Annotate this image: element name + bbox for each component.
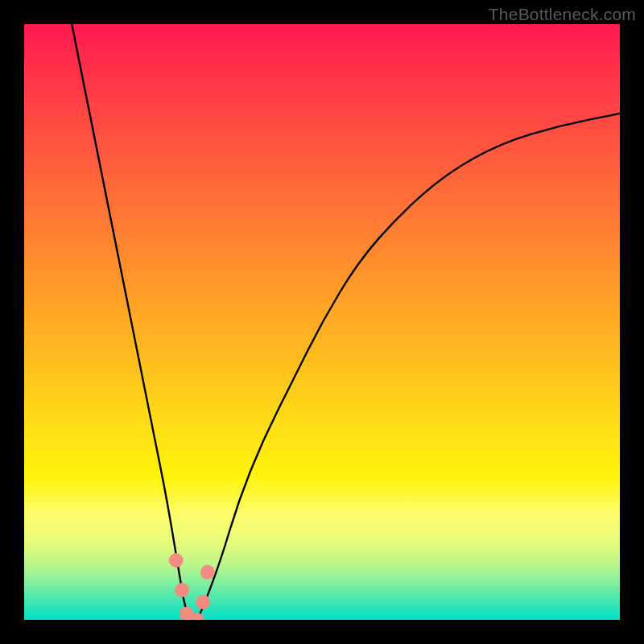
- minimum-markers: [169, 553, 215, 620]
- marker-dot: [169, 553, 184, 568]
- marker-dot: [196, 595, 210, 609]
- watermark-text: TheBottleneck.com: [489, 5, 636, 24]
- chart-svg: [24, 24, 620, 620]
- chart-container: TheBottleneck.com: [0, 0, 644, 644]
- marker-dot: [175, 583, 189, 597]
- marker-dot: [200, 565, 215, 580]
- curve-path: [72, 24, 620, 620]
- plot-area: [24, 24, 620, 620]
- bottleneck-curve: [72, 24, 620, 620]
